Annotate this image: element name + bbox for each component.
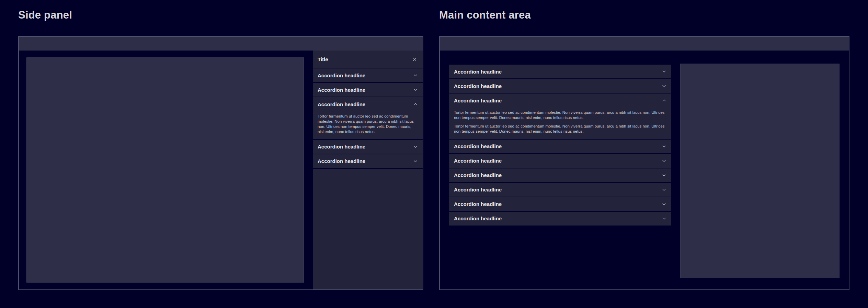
main-content-example-window: Accordion headline Accordion headline Ac…	[439, 36, 849, 290]
chevron-down-icon	[662, 216, 666, 221]
window-title-bar	[19, 37, 423, 51]
chevron-down-icon	[662, 173, 666, 178]
accordion-label: Accordion headline	[318, 73, 365, 78]
side-panel: Title Accordion headline Accordion headl…	[313, 51, 423, 289]
accordion-item-expanded: Accordion headline Tortor fermentum ut a…	[449, 93, 671, 139]
accordion-header[interactable]: Accordion headline	[449, 183, 671, 197]
accordion-label: Accordion headline	[454, 158, 502, 164]
chevron-down-icon	[662, 69, 666, 74]
chevron-down-icon	[413, 87, 418, 92]
chevron-up-icon	[413, 102, 418, 107]
accordion-header[interactable]: Accordion headline	[449, 65, 671, 78]
side-panel-example-window: Title Accordion headline Accordion headl…	[18, 36, 423, 290]
accordion-item: Accordion headline	[449, 211, 671, 226]
accordion-header[interactable]: Accordion headline	[449, 140, 671, 153]
chevron-down-icon	[662, 158, 666, 163]
accordion-item: Accordion headline	[313, 154, 423, 168]
accordion-header[interactable]: Accordion headline	[313, 83, 423, 97]
accordion-item: Accordion headline	[449, 139, 671, 153]
chevron-down-icon	[662, 144, 666, 149]
accordion-label: Accordion headline	[454, 187, 502, 192]
content-placeholder-side	[680, 64, 840, 278]
accordion-label: Accordion headline	[454, 216, 502, 221]
accordion-item: Accordion headline	[313, 139, 423, 154]
side-panel-accordion-list: Accordion headline Accordion headline Ac…	[313, 68, 423, 169]
page: { "page": { "left_section_heading": "Sid…	[0, 0, 868, 308]
accordion-paragraph: Tortor fermentum ut auctor leo sed ac co…	[454, 124, 666, 134]
accordion-label: Accordion headline	[454, 201, 502, 207]
accordion-label: Accordion headline	[454, 69, 502, 75]
side-panel-header: Title	[313, 51, 423, 68]
accordion-header[interactable]: Accordion headline	[449, 94, 671, 107]
accordion-item: Accordion headline	[449, 168, 671, 182]
accordion-body: Tortor fermentum ut auctor leo sed ac co…	[449, 107, 671, 139]
accordion-item-expanded: Accordion headline Tortor fermentum ut a…	[313, 97, 423, 139]
accordion-header[interactable]: Accordion headline	[313, 140, 423, 154]
accordion-label: Accordion headline	[454, 172, 502, 178]
content-placeholder-large	[26, 57, 304, 283]
accordion-body: Tortor fermentum ut auctor leo sed ac co…	[313, 111, 423, 139]
accordion-header[interactable]: Accordion headline	[313, 68, 423, 82]
close-icon	[412, 57, 417, 62]
accordion-label: Accordion headline	[318, 101, 365, 107]
accordion-paragraph: Tortor fermentum ut auctor leo sed ac co…	[318, 114, 418, 134]
side-panel-heading: Side panel	[18, 9, 72, 21]
accordion-item: Accordion headline	[313, 68, 423, 82]
accordion-item: Accordion headline	[449, 182, 671, 197]
accordion-header[interactable]: Accordion headline	[313, 97, 423, 111]
accordion-item: Accordion headline	[313, 82, 423, 97]
accordion-header[interactable]: Accordion headline	[449, 79, 671, 93]
accordion-item: Accordion headline	[449, 153, 671, 168]
accordion-label: Accordion headline	[318, 158, 365, 164]
chevron-down-icon	[662, 84, 666, 88]
main-content-heading: Main content area	[439, 9, 531, 21]
accordion-header[interactable]: Accordion headline	[449, 212, 671, 226]
accordion-paragraph: Tortor fermentum ut auctor leo sed ac co…	[454, 110, 666, 120]
side-panel-title: Title	[318, 56, 328, 62]
accordion-header[interactable]: Accordion headline	[313, 154, 423, 168]
accordion-header[interactable]: Accordion headline	[449, 197, 671, 211]
chevron-down-icon	[413, 73, 418, 78]
accordion-item: Accordion headline	[449, 65, 671, 78]
chevron-down-icon	[662, 202, 666, 207]
chevron-down-icon	[413, 159, 418, 164]
accordion-header[interactable]: Accordion headline	[449, 168, 671, 182]
main-accordion-list: Accordion headline Accordion headline Ac…	[449, 64, 671, 226]
accordion-label: Accordion headline	[454, 98, 502, 103]
accordion-label: Accordion headline	[318, 144, 365, 150]
chevron-down-icon	[413, 144, 418, 149]
accordion-label: Accordion headline	[454, 83, 502, 89]
accordion-label: Accordion headline	[318, 87, 365, 93]
chevron-up-icon	[662, 98, 666, 103]
accordion-item: Accordion headline	[449, 78, 671, 93]
accordion-label: Accordion headline	[454, 143, 502, 149]
accordion-header[interactable]: Accordion headline	[449, 154, 671, 168]
accordion-item: Accordion headline	[449, 197, 671, 211]
window-title-bar	[440, 37, 849, 51]
chevron-down-icon	[662, 187, 666, 192]
close-button[interactable]	[411, 56, 418, 63]
